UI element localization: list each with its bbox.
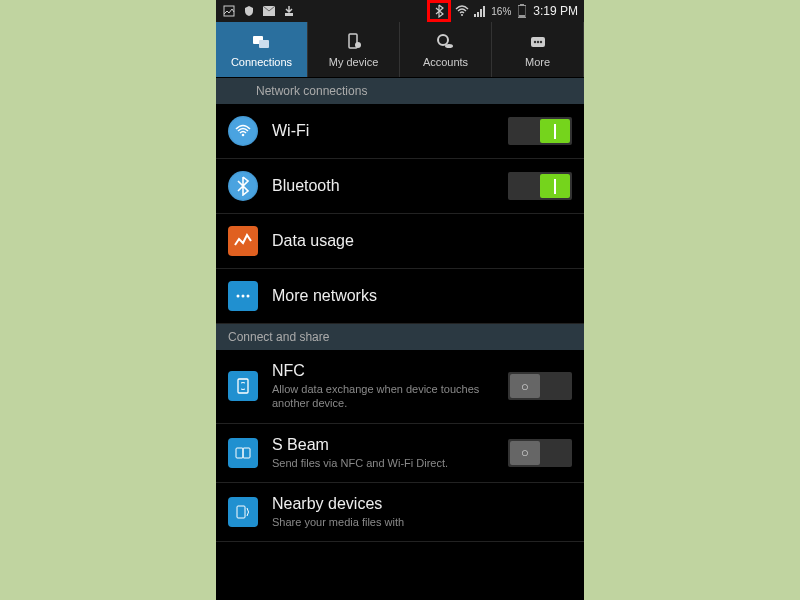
accounts-icon bbox=[435, 31, 457, 53]
row-more-networks[interactable]: More networks bbox=[216, 269, 584, 324]
svg-rect-2 bbox=[285, 13, 293, 16]
tab-accounts[interactable]: Accounts bbox=[400, 22, 492, 77]
sbeam-label: S Beam bbox=[272, 436, 508, 454]
svg-point-15 bbox=[438, 35, 448, 45]
battery-icon bbox=[515, 4, 529, 18]
clock: 3:19 PM bbox=[533, 4, 578, 18]
svg-rect-10 bbox=[519, 15, 525, 17]
image-icon bbox=[222, 4, 236, 18]
tab-label: Accounts bbox=[423, 56, 468, 68]
wifi-label: Wi-Fi bbox=[272, 122, 508, 140]
svg-rect-7 bbox=[483, 6, 485, 17]
svg-rect-6 bbox=[480, 9, 482, 17]
more-networks-icon bbox=[228, 281, 258, 311]
row-data-usage[interactable]: Data usage bbox=[216, 214, 584, 269]
svg-rect-0 bbox=[224, 6, 234, 16]
section-header-network: Network connections bbox=[216, 78, 584, 104]
tabs-bar: Connections My device Accounts More bbox=[216, 22, 584, 78]
row-bluetooth[interactable]: Bluetooth bbox=[216, 159, 584, 214]
nfc-label: NFC bbox=[272, 362, 508, 380]
wifi-icon bbox=[455, 4, 469, 18]
svg-point-21 bbox=[242, 134, 245, 137]
row-wifi[interactable]: Wi-Fi bbox=[216, 104, 584, 159]
svg-point-23 bbox=[242, 295, 245, 298]
svg-rect-25 bbox=[238, 379, 248, 393]
data-usage-icon bbox=[228, 226, 258, 256]
nfc-toggle[interactable] bbox=[508, 372, 572, 400]
more-networks-label: More networks bbox=[272, 287, 572, 305]
svg-point-19 bbox=[536, 41, 538, 43]
sbeam-toggle[interactable] bbox=[508, 439, 572, 467]
tab-more[interactable]: More bbox=[492, 22, 584, 77]
svg-point-24 bbox=[247, 295, 250, 298]
svg-point-3 bbox=[461, 14, 463, 16]
svg-point-16 bbox=[445, 44, 453, 48]
shield-icon bbox=[242, 4, 256, 18]
signal-icon bbox=[473, 4, 487, 18]
nearby-sub: Share your media files with bbox=[272, 515, 572, 529]
more-icon bbox=[527, 31, 549, 53]
tab-connections[interactable]: Connections bbox=[216, 22, 308, 77]
connections-icon bbox=[251, 31, 273, 53]
status-bar: 16% 3:19 PM bbox=[216, 0, 584, 22]
nfc-sub: Allow data exchange when device touches … bbox=[272, 382, 508, 411]
wifi-icon bbox=[228, 116, 258, 146]
svg-point-14 bbox=[355, 42, 361, 48]
bluetooth-toggle[interactable] bbox=[508, 172, 572, 200]
row-nfc[interactable]: NFC Allow data exchange when device touc… bbox=[216, 350, 584, 424]
bluetooth-label: Bluetooth bbox=[272, 177, 508, 195]
svg-rect-28 bbox=[237, 506, 245, 518]
wifi-toggle[interactable] bbox=[508, 117, 572, 145]
svg-rect-5 bbox=[477, 12, 479, 17]
svg-rect-4 bbox=[474, 14, 476, 17]
nearby-devices-icon bbox=[228, 497, 258, 527]
svg-rect-26 bbox=[236, 448, 243, 458]
section-header-connect-share: Connect and share bbox=[216, 324, 584, 350]
sbeam-icon bbox=[228, 438, 258, 468]
row-sbeam[interactable]: S Beam Send files via NFC and Wi-Fi Dire… bbox=[216, 424, 584, 483]
bluetooth-status-highlight bbox=[427, 0, 451, 22]
row-nearby-devices[interactable]: Nearby devices Share your media files wi… bbox=[216, 483, 584, 542]
tab-my-device[interactable]: My device bbox=[308, 22, 400, 77]
my-device-icon bbox=[343, 31, 365, 53]
download-icon bbox=[282, 4, 296, 18]
phone-screen: 16% 3:19 PM Connections My device Accoun… bbox=[216, 0, 584, 600]
svg-point-18 bbox=[533, 41, 535, 43]
tab-label: Connections bbox=[231, 56, 292, 68]
settings-content: Network connections Wi-Fi Bluetooth Data… bbox=[216, 78, 584, 542]
svg-point-20 bbox=[539, 41, 541, 43]
tab-label: My device bbox=[329, 56, 379, 68]
tab-label: More bbox=[525, 56, 550, 68]
mail-icon bbox=[262, 4, 276, 18]
nfc-icon bbox=[228, 371, 258, 401]
nearby-label: Nearby devices bbox=[272, 495, 572, 513]
svg-rect-27 bbox=[243, 448, 250, 458]
svg-point-22 bbox=[237, 295, 240, 298]
sbeam-sub: Send files via NFC and Wi-Fi Direct. bbox=[272, 456, 508, 470]
svg-rect-12 bbox=[259, 40, 269, 48]
battery-percent: 16% bbox=[491, 6, 511, 17]
bluetooth-icon bbox=[228, 171, 258, 201]
data-usage-label: Data usage bbox=[272, 232, 572, 250]
bluetooth-icon bbox=[434, 4, 444, 18]
